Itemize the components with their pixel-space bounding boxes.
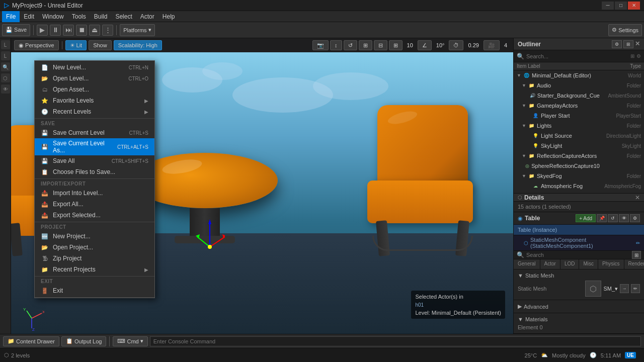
outliner-filter-button[interactable]: ⊞ bbox=[623, 40, 633, 48]
component-edit-icon[interactable]: ✏ bbox=[636, 240, 640, 246]
step-button[interactable]: ⏭ bbox=[63, 25, 74, 36]
recent-levels-item[interactable]: 🕐 Recent Levels ▶ bbox=[35, 106, 154, 117]
menu-build[interactable]: Build bbox=[90, 11, 112, 22]
outliner-settings-icon-button[interactable]: ⚙ bbox=[636, 53, 641, 59]
save-current-level-as-item[interactable]: 💾 Save Current Level As... CTRL+ALT+S bbox=[35, 138, 154, 155]
tab-misc[interactable]: Misc bbox=[579, 259, 598, 269]
show-button[interactable]: Show bbox=[89, 40, 112, 50]
tree-item-audio[interactable]: ▼ 📁 Audio Folder bbox=[514, 80, 644, 90]
details-gear-button[interactable]: ⚙ bbox=[630, 214, 640, 222]
scene-chair-right[interactable] bbox=[362, 105, 483, 256]
export-selected-item[interactable]: 📤 Export Selected... bbox=[35, 210, 154, 221]
details-search-input[interactable] bbox=[526, 252, 630, 258]
left-icon-4[interactable]: ⬡ bbox=[1, 73, 10, 82]
advanced-header[interactable]: ▶ Advanced bbox=[518, 302, 640, 311]
details-close-button[interactable]: ✕ bbox=[635, 194, 640, 201]
tree-item-sphere-reflection[interactable]: ◎ SphereReflectionCapture10 bbox=[514, 161, 644, 171]
cam-button[interactable]: 🎥 bbox=[484, 40, 500, 50]
menu-actor[interactable]: Actor bbox=[136, 11, 158, 22]
choose-files-item[interactable]: 📋 Choose Files to Save... bbox=[35, 166, 154, 177]
scalability-button[interactable]: Scalability: High bbox=[114, 40, 162, 50]
tab-rendering[interactable]: Rendering bbox=[624, 259, 645, 269]
outliner-close-button[interactable]: ✕ bbox=[635, 40, 640, 48]
tree-item-atmospheric-fog[interactable]: ☁ Atmospheric Fog AtmosphericFog bbox=[514, 181, 644, 191]
left-icon-levels[interactable]: L bbox=[1, 40, 10, 49]
options-button[interactable]: ⋮ bbox=[102, 25, 113, 36]
new-level-item[interactable]: 📄 New Level... CTRL+N bbox=[35, 62, 154, 73]
outliner-add-button[interactable]: ⊞ bbox=[630, 53, 634, 59]
details-hide-button[interactable]: 👁 bbox=[619, 214, 629, 222]
lit-button[interactable]: ☀ Lit bbox=[65, 40, 87, 50]
menu-file[interactable]: File bbox=[2, 11, 20, 22]
static-mesh-preview[interactable]: ⬡ bbox=[585, 281, 601, 297]
tree-item-reflections[interactable]: ▼ 📁 ReflectionCaptureActors Folder bbox=[514, 151, 644, 161]
time-button[interactable]: ⏱ bbox=[449, 40, 463, 50]
static-mesh-browse-button[interactable]: → bbox=[620, 284, 629, 293]
menu-tools[interactable]: Tools bbox=[68, 11, 90, 22]
open-asset-item[interactable]: 🗂 Open Asset... bbox=[35, 84, 154, 95]
content-drawer-button[interactable]: 📁 Content Drawer bbox=[3, 336, 59, 346]
tree-item-gameplay[interactable]: ▼ 📁 GameplayActors Folder bbox=[514, 101, 644, 111]
details-filter-button[interactable]: ⊞ bbox=[632, 251, 641, 259]
tab-physics[interactable]: Physics bbox=[598, 259, 624, 269]
outliner-search-input[interactable] bbox=[526, 53, 628, 59]
cmd-button[interactable]: ⌨ Cmd ▾ bbox=[113, 336, 147, 346]
save-current-level-item[interactable]: 💾 Save Current Level CTRL+S bbox=[35, 127, 154, 138]
eject-button[interactable]: ⏏ bbox=[89, 25, 100, 36]
settings-button[interactable]: ⚙ Settings bbox=[608, 24, 642, 36]
console-input[interactable] bbox=[150, 336, 641, 346]
tree-item-world[interactable]: ▼ 🌐 Minimal_Default (Editor) World bbox=[514, 70, 644, 80]
tree-item-light-source[interactable]: 💡 Light Source DirectionalLight bbox=[514, 131, 644, 141]
tab-actor[interactable]: Actor bbox=[540, 259, 560, 269]
open-level-item[interactable]: 📂 Open Level... CTRL+O bbox=[35, 73, 154, 84]
materials-header[interactable]: ▼ Materials bbox=[518, 315, 640, 323]
angle-button[interactable]: ∠ bbox=[418, 40, 432, 50]
play-button[interactable]: ▶ bbox=[37, 25, 48, 36]
exit-item[interactable]: 🚪 Exit bbox=[35, 285, 154, 296]
new-project-item[interactable]: 🆕 New Project... bbox=[35, 231, 154, 242]
rotate-button[interactable]: ↺ bbox=[344, 40, 357, 50]
tree-item-player-start[interactable]: 👤 Player Start PlayerStart bbox=[514, 111, 644, 121]
tab-lod[interactable]: LOD bbox=[560, 259, 580, 269]
tree-item-skylight[interactable]: 💡 SkyLight SkyLight bbox=[514, 141, 644, 151]
outliner-settings-button[interactable]: ⚙ bbox=[612, 40, 622, 48]
tree-item-lights[interactable]: ▼ 📁 Lights Folder bbox=[514, 121, 644, 131]
scale-button[interactable]: ⊞ bbox=[359, 40, 372, 50]
platforms-button[interactable]: Platforms ▾ bbox=[120, 24, 154, 36]
close-button[interactable]: ✕ bbox=[628, 2, 640, 10]
transform-gizmo[interactable] bbox=[195, 212, 225, 253]
save-button[interactable]: 💾 Save bbox=[2, 24, 30, 36]
recent-projects-item[interactable]: 📁 Recent Projects ▶ bbox=[35, 264, 154, 275]
details-reset-button[interactable]: ↺ bbox=[608, 214, 618, 222]
menu-edit[interactable]: Edit bbox=[20, 11, 38, 22]
pause-button[interactable]: ⏸ bbox=[50, 25, 61, 36]
menu-window[interactable]: Window bbox=[38, 11, 68, 22]
tree-item-audio-cue[interactable]: 🔊 Starter_Background_Cue AmbientSound bbox=[514, 90, 644, 101]
import-into-level-item[interactable]: 📥 Import Into Level... bbox=[35, 188, 154, 199]
static-mesh-header[interactable]: ▼ Static Mesh bbox=[518, 272, 640, 280]
details-pin-button[interactable]: 📌 bbox=[597, 214, 607, 222]
zip-project-item[interactable]: 🗜 Zip Project bbox=[35, 253, 154, 264]
output-log-button[interactable]: 📋 Output Log bbox=[61, 336, 106, 346]
camera-speed-button[interactable]: 📷 bbox=[312, 40, 329, 50]
menu-help[interactable]: Help bbox=[158, 11, 179, 22]
stop-button[interactable]: ⏹ bbox=[76, 25, 87, 36]
open-project-item[interactable]: 📂 Open Project... bbox=[35, 242, 154, 253]
grid-button[interactable]: ⊞ bbox=[389, 40, 403, 50]
left-icon-eye[interactable]: 👁 bbox=[1, 84, 10, 94]
surface-snapping-button[interactable]: ⊟ bbox=[374, 40, 387, 50]
perspective-button[interactable]: ◉ Perspective bbox=[14, 40, 59, 50]
export-all-item[interactable]: 📤 Export All... bbox=[35, 199, 154, 210]
tree-item-sky-fog[interactable]: ▼ 📁 SkyedFog Folder bbox=[514, 171, 644, 181]
save-all-item[interactable]: 💾 Save All CTRL+SHIFT+S bbox=[35, 155, 154, 166]
static-mesh-edit-button[interactable]: ✏ bbox=[631, 284, 640, 293]
left-icon-2[interactable]: L bbox=[1, 51, 10, 60]
add-component-button[interactable]: + Add bbox=[576, 214, 596, 222]
menu-select[interactable]: Select bbox=[111, 11, 136, 22]
maximize-button[interactable]: □ bbox=[615, 2, 627, 10]
favorite-levels-item[interactable]: ⭐ Favorite Levels ▶ bbox=[35, 95, 154, 106]
left-icon-search[interactable]: 🔍 bbox=[1, 62, 10, 71]
translate-button[interactable]: ↕ bbox=[330, 40, 342, 50]
minimize-button[interactable]: ─ bbox=[602, 2, 614, 10]
tab-general[interactable]: General bbox=[514, 259, 540, 269]
